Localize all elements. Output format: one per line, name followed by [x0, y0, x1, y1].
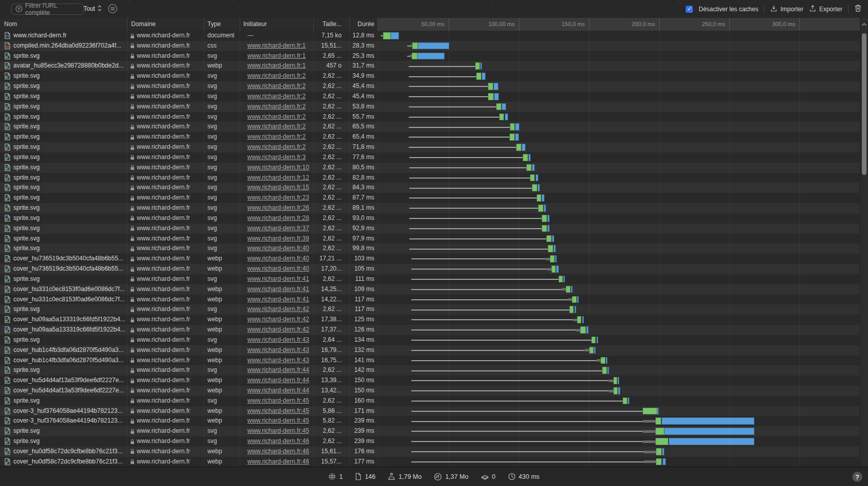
initiator-link[interactable]: www.richard-dern.fr:44	[247, 377, 309, 384]
waterfall-cell[interactable]	[377, 436, 860, 447]
initiator-link[interactable]: www.richard-dern.fr:45	[247, 407, 309, 414]
table-row[interactable]: sprite.svgwww.richard-dern.frsvgwww.rich…	[0, 224, 868, 234]
initiator-link[interactable]: www.richard-dern.fr:12	[247, 174, 309, 181]
scrollbar-thumb[interactable]	[862, 33, 866, 175]
initiator-link[interactable]: www.richard-dern.fr:46	[247, 448, 309, 455]
waterfall-cell[interactable]	[377, 152, 860, 163]
initiator-link[interactable]: www.richard-dern.fr:39	[247, 235, 309, 242]
table-row[interactable]: sprite.svgwww.richard-dern.frsvgwww.rich…	[0, 102, 868, 112]
table-row[interactable]: sprite.svgwww.richard-dern.frsvgwww.rich…	[0, 163, 868, 173]
initiator-link[interactable]: www.richard-dern.fr:40	[247, 245, 309, 252]
waterfall-cell[interactable]	[377, 325, 860, 335]
table-row[interactable]: cover_hub1c4fb3dfa06d2870f5d490a3...www.…	[0, 345, 868, 356]
waterfall-cell[interactable]	[377, 345, 860, 356]
table-row[interactable]: cover-3_huf3764058ae44194b782123...www.r…	[0, 416, 868, 426]
waterfall-cell[interactable]	[377, 274, 860, 284]
column-header-domaine[interactable]: Domaine	[131, 18, 156, 31]
waterfall-cell[interactable]	[377, 315, 860, 325]
table-row[interactable]: sprite.svgwww.richard-dern.frsvgwww.rich…	[0, 234, 868, 244]
initiator-link[interactable]: www.richard-dern.fr:40	[247, 255, 309, 262]
waterfall-cell[interactable]	[377, 122, 860, 132]
table-row[interactable]: sprite.svgwww.richard-dern.frsvgwww.rich…	[0, 244, 868, 254]
waterfall-cell[interactable]	[377, 335, 860, 345]
waterfall-cell[interactable]	[377, 254, 860, 264]
waterfall-cell[interactable]	[377, 295, 860, 305]
waterfall-cell[interactable]	[377, 244, 860, 254]
waterfall-cell[interactable]	[377, 81, 860, 92]
initiator-link[interactable]: www.richard-dern.fr:42	[247, 326, 309, 333]
table-row[interactable]: sprite.svgwww.richard-dern.frsvgwww.rich…	[0, 183, 868, 193]
resource-type-filter[interactable]: Tout	[83, 4, 102, 14]
initiator-link[interactable]: www.richard-dern.fr:10	[247, 164, 309, 171]
table-row[interactable]: sprite.svgwww.richard-dern.frsvgwww.rich…	[0, 203, 868, 213]
initiator-link[interactable]: www.richard-dern.fr:2	[247, 123, 306, 130]
waterfall-cell[interactable]	[377, 41, 860, 51]
waterfall-cell[interactable]	[377, 416, 860, 426]
column-header-duree[interactable]: Durée	[340, 18, 374, 31]
waterfall-cell[interactable]	[377, 213, 860, 224]
table-row[interactable]: csscompiled.min.264dba0d92236f702a4f...w…	[0, 41, 868, 51]
waterfall-cell[interactable]	[377, 426, 860, 436]
table-row[interactable]: sprite.svgwww.richard-dern.frsvgwww.rich…	[0, 193, 868, 203]
table-row[interactable]: sprite.svgwww.richard-dern.frsvgwww.rich…	[0, 173, 868, 183]
waterfall-cell[interactable]	[377, 142, 860, 152]
initiator-link[interactable]: www.richard-dern.fr:3	[247, 153, 306, 161]
table-row[interactable]: sprite.svgwww.richard-dern.frsvgwww.rich…	[0, 92, 868, 102]
initiator-link[interactable]: www.richard-dern.fr:37	[247, 225, 309, 232]
scroll-up-chevron-icon[interactable]	[861, 21, 867, 28]
initiator-link[interactable]: www.richard-dern.fr:40	[247, 265, 309, 272]
waterfall-cell[interactable]	[377, 447, 860, 457]
table-row[interactable]: cover_hu5d4d4af13a53f9dee6df2227e...www.…	[0, 386, 868, 396]
initiator-link[interactable]: www.richard-dern.fr:26	[247, 204, 309, 211]
timeline-header[interactable]: 50,00 ms100,00 ms150,0 ms200,0 ms250,0 m…	[377, 18, 860, 31]
waterfall-cell[interactable]	[377, 224, 860, 234]
initiator-link[interactable]: www.richard-dern.fr:15	[247, 184, 309, 191]
waterfall-cell[interactable]	[377, 457, 860, 467]
waterfall-cell[interactable]	[377, 284, 860, 295]
initiator-link[interactable]: www.richard-dern.fr:2	[247, 103, 306, 110]
initiator-link[interactable]: www.richard-dern.fr:1	[247, 62, 306, 69]
filter-options-icon[interactable]	[108, 4, 118, 15]
waterfall-cell[interactable]	[377, 375, 860, 386]
waterfall-cell[interactable]	[377, 92, 860, 102]
table-row[interactable]: sprite.svgwww.richard-dern.frsvgwww.rich…	[0, 426, 868, 436]
initiator-link[interactable]: www.richard-dern.fr:44	[247, 366, 309, 373]
table-row[interactable]: cover-3_huf3764058ae44194b782123...www.r…	[0, 406, 868, 416]
waterfall-cell[interactable]	[377, 264, 860, 274]
column-header-initiateur[interactable]: Initiateur	[243, 18, 267, 31]
initiator-link[interactable]: www.richard-dern.fr:45	[247, 397, 309, 404]
table-row[interactable]: sprite.svgwww.richard-dern.frsvgwww.rich…	[0, 122, 868, 132]
disable-caches-checkbox[interactable]: ✓	[686, 6, 693, 13]
waterfall-cell[interactable]	[377, 183, 860, 193]
waterfall-cell[interactable]	[377, 71, 860, 81]
initiator-link[interactable]: www.richard-dern.fr:45	[247, 417, 309, 424]
waterfall-cell[interactable]	[377, 406, 860, 416]
url-filter-input[interactable]: Filtrer l'URL complète	[11, 4, 84, 15]
table-row[interactable]: www.richard-dern.frwww.richard-dern.frdo…	[0, 31, 868, 41]
waterfall-cell[interactable]	[377, 51, 860, 61]
initiator-link[interactable]: www.richard-dern.fr:2	[247, 113, 306, 120]
waterfall-cell[interactable]	[377, 304, 860, 315]
waterfall-cell[interactable]	[377, 386, 860, 396]
waterfall-cell[interactable]	[377, 396, 860, 406]
table-row[interactable]: cover_hu736519dc3b5040cfa48b6b55...www.r…	[0, 254, 868, 264]
table-row[interactable]: cover_hu0df58c72dc9cfbe8bb76c21f3...www.…	[0, 457, 868, 467]
table-row[interactable]: sprite.svgwww.richard-dern.frsvgwww.rich…	[0, 365, 868, 375]
table-row[interactable]: cover_hub1c4fb3dfa06d2870f5d490a3...www.…	[0, 356, 868, 366]
table-row[interactable]: sprite.svgwww.richard-dern.frsvgwww.rich…	[0, 112, 868, 122]
column-resize-handle[interactable]	[313, 18, 314, 31]
waterfall-cell[interactable]	[377, 173, 860, 183]
initiator-link[interactable]: www.richard-dern.fr:2	[247, 133, 306, 140]
initiator-link[interactable]: www.richard-dern.fr:42	[247, 305, 309, 313]
table-row[interactable]: sprite.svgwww.richard-dern.frsvgwww.rich…	[0, 335, 868, 345]
initiator-link[interactable]: www.richard-dern.fr:23	[247, 194, 309, 201]
table-row[interactable]: cover_hu5d4d4af13a53f9dee6df2227e...www.…	[0, 375, 868, 386]
clear-network-items-trash-icon[interactable]	[854, 4, 862, 14]
table-row[interactable]: sprite.svgwww.richard-dern.frsvgwww.rich…	[0, 396, 868, 406]
table-row[interactable]: sprite.svgwww.richard-dern.frsvgwww.rich…	[0, 142, 868, 152]
initiator-link[interactable]: www.richard-dern.fr:43	[247, 346, 309, 354]
column-resize-handle[interactable]	[127, 18, 128, 31]
table-row[interactable]: sprite.svgwww.richard-dern.frsvgwww.rich…	[0, 81, 868, 92]
table-row[interactable]: cover_hu09aa5a133319c66fd5f1922b4...www.…	[0, 325, 868, 335]
table-row[interactable]: sprite.svgwww.richard-dern.frsvgwww.rich…	[0, 152, 868, 163]
